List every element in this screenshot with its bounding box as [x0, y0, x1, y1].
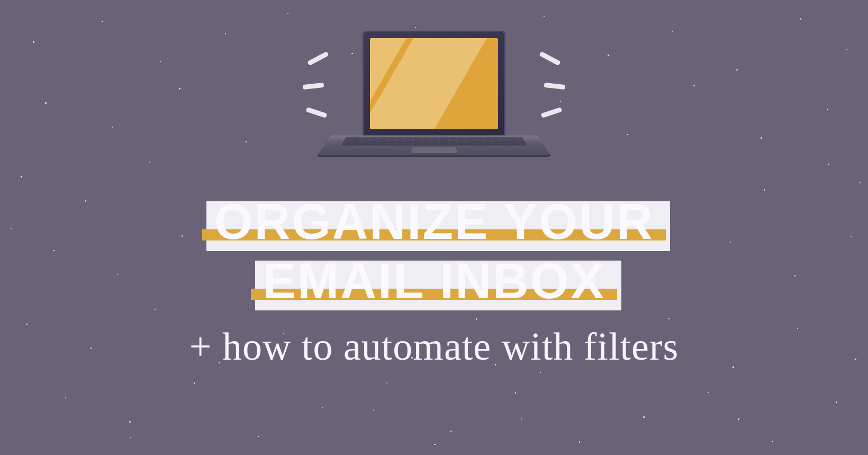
burst-line-icon	[539, 51, 560, 66]
laptop-screen	[363, 31, 505, 137]
laptop-icon	[331, 31, 537, 190]
laptop-illustration	[296, 31, 572, 195]
banner-content: Organize Your Email Inbox + how to autom…	[0, 0, 868, 455]
laptop-screen-glow	[370, 38, 498, 129]
laptop-trackpad	[410, 147, 457, 154]
subtitle: + how to automate with filters	[189, 324, 679, 369]
title-line-2: Email Inbox	[263, 256, 605, 306]
burst-line-icon	[541, 107, 563, 118]
burst-line-icon	[544, 83, 566, 90]
title-line-1-highlight: Organize Your	[202, 197, 665, 247]
burst-line-icon	[307, 51, 329, 66]
title-line-1: Organize Your	[214, 197, 654, 247]
burst-line-icon	[303, 83, 324, 90]
laptop-base	[318, 136, 550, 156]
title-block: Organize Your Email Inbox	[202, 197, 665, 306]
title-line-2-highlight: Email Inbox	[251, 256, 617, 306]
laptop-keyboard	[341, 137, 527, 146]
burst-line-icon	[306, 107, 328, 118]
